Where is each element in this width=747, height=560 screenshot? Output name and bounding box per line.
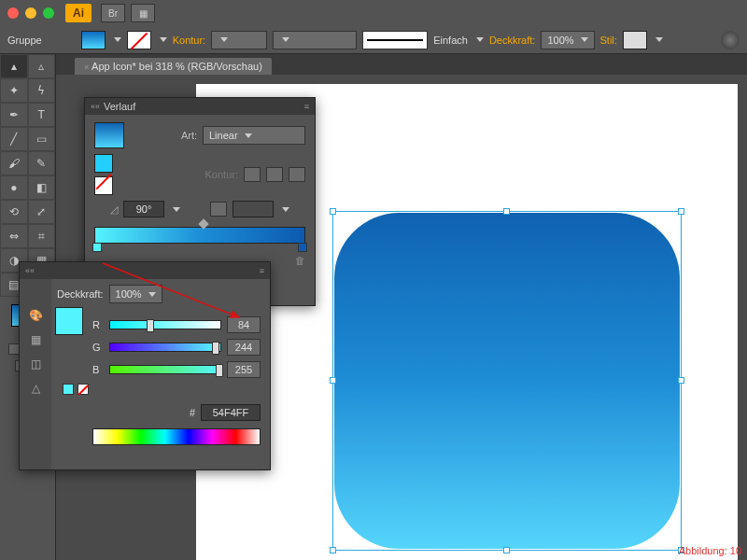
angle-field[interactable]: 90° <box>123 201 164 217</box>
brush-preview[interactable] <box>362 31 428 49</box>
gradient-stop-right[interactable] <box>298 243 307 252</box>
aspect-btn[interactable] <box>210 202 227 217</box>
rectangle-tool[interactable]: ▭ <box>28 127 56 151</box>
color-panel-header[interactable]: «« ≡ <box>20 262 270 279</box>
r-value[interactable]: 84 <box>227 316 261 333</box>
g-slider[interactable] <box>109 343 221 352</box>
aspect-field[interactable] <box>233 201 274 217</box>
handle-ne[interactable] <box>678 208 684 215</box>
gradient-preview-swatch[interactable] <box>94 122 124 148</box>
opacity-value: 100% <box>547 35 573 46</box>
figure-caption: Abbildung: 10 <box>679 545 741 556</box>
selection-type-label: Gruppe <box>7 35 42 46</box>
document-setup-icon[interactable] <box>721 31 740 49</box>
line-tool[interactable]: ╱ <box>0 127 28 151</box>
tiny-swatch-color[interactable] <box>63 384 74 395</box>
color-panel: «« ≡ Deckkraft: 100% 🎨 ▦ ◫ △ R 84 G 244 … <box>19 261 271 470</box>
g-value[interactable]: 244 <box>227 339 261 356</box>
spectrum-bar[interactable] <box>92 428 261 445</box>
free-transform-tool[interactable]: ⌗ <box>28 224 56 248</box>
lasso-tool[interactable]: ϟ <box>28 78 56 103</box>
g-label: G <box>92 342 104 353</box>
illustrator-logo: Ai <box>65 4 92 22</box>
blob-brush-tool[interactable]: ● <box>0 175 28 200</box>
b-label: B <box>92 364 104 375</box>
handle-e[interactable] <box>678 377 684 384</box>
eraser-tool[interactable]: ◧ <box>28 175 56 200</box>
maximize-icon[interactable] <box>43 7 54 19</box>
gradient-stop-left[interactable] <box>92 243 102 252</box>
color-panel-sidebar: 🎨 ▦ ◫ △ <box>20 279 51 469</box>
rotate-tool[interactable]: ⟲ <box>0 200 28 224</box>
style-label: Stil: <box>600 35 617 46</box>
stroke-across-btn[interactable] <box>289 167 305 182</box>
cube-icon[interactable]: ◫ <box>27 356 44 372</box>
selection-bounds <box>332 211 682 551</box>
grad-stroke-swatch[interactable] <box>94 176 113 195</box>
opacity-label: Deckkraft: <box>489 35 536 46</box>
warning-icon[interactable]: △ <box>27 380 44 397</box>
panel-menu-icon[interactable]: ≡ <box>304 102 309 111</box>
paintbrush-tool[interactable]: 🖌 <box>0 151 28 175</box>
selection-tool[interactable]: ▴ <box>0 54 28 78</box>
minimize-icon[interactable] <box>25 7 36 19</box>
bridge-button[interactable]: Br <box>101 4 125 22</box>
handle-s[interactable] <box>503 547 510 553</box>
b-value[interactable]: 255 <box>227 361 261 378</box>
document-tab[interactable]: × App Icon* bei 318 % (RGB/Vorschau) <box>75 58 272 75</box>
mac-titlebar: Ai Br ▦ <box>0 0 747 26</box>
gradient-panel-title: Verlauf <box>104 101 135 112</box>
stroke-along-btn[interactable] <box>266 167 283 182</box>
fill-swatch[interactable] <box>81 31 106 49</box>
gradient-panel-header[interactable]: «« Verlauf ≡ <box>85 98 315 115</box>
r-slider[interactable] <box>109 320 221 329</box>
panel-menu-icon[interactable]: ≡ <box>260 266 264 275</box>
palette-icon[interactable]: 🎨 <box>27 307 44 324</box>
opacity-dropdown[interactable]: 100% <box>541 31 594 49</box>
width-tool[interactable]: ⇔ <box>0 224 28 248</box>
control-bar: Gruppe Kontur: Einfach Deckkraft: 100% S… <box>0 26 747 54</box>
handle-sw[interactable] <box>330 547 336 553</box>
angle-icon: ◿ <box>110 203 118 216</box>
pencil-tool[interactable]: ✎ <box>28 151 56 175</box>
b-slider[interactable] <box>109 365 221 374</box>
brush-style-label: Einfach <box>433 35 468 46</box>
tiny-swatch-none[interactable] <box>78 384 89 395</box>
stroke-label: Kontur: <box>173 35 205 46</box>
stroke-weight-dropdown[interactable] <box>211 31 267 49</box>
pen-tool[interactable]: ✒ <box>0 103 28 127</box>
close-icon[interactable] <box>7 7 19 19</box>
document-tab-label: App Icon* bei 318 % (RGB/Vorschau) <box>92 61 262 72</box>
direct-selection-tool[interactable]: ▵ <box>28 54 56 78</box>
handle-n[interactable] <box>503 208 510 215</box>
gradient-type-dropdown[interactable]: Linear <box>203 126 305 145</box>
hex-hash: # <box>190 407 195 418</box>
trash-icon[interactable]: 🗑 <box>295 255 305 266</box>
magic-wand-tool[interactable]: ✦ <box>0 78 28 103</box>
stroke-in-btn[interactable] <box>244 167 261 182</box>
grad-stroke-label: Kontur: <box>205 169 238 180</box>
graphic-style-swatch[interactable] <box>623 31 647 49</box>
swatches-icon[interactable]: ▦ <box>27 331 44 348</box>
gradient-type-label: Art: <box>181 130 197 141</box>
var-width-dropdown[interactable] <box>273 31 357 49</box>
window-controls <box>7 7 54 19</box>
document-tabs: × App Icon* bei 318 % (RGB/Vorschau) <box>0 54 747 75</box>
stroke-swatch[interactable] <box>127 31 151 49</box>
grad-fill-swatch[interactable] <box>94 154 113 173</box>
type-tool[interactable]: T <box>28 103 56 127</box>
arrange-button[interactable]: ▦ <box>131 4 155 22</box>
midpoint-diamond[interactable] <box>198 218 208 229</box>
hex-field[interactable]: 54F4FF <box>201 404 261 421</box>
handle-w[interactable] <box>330 377 336 384</box>
color-mode-btn[interactable] <box>8 343 20 355</box>
gradient-ramp[interactable] <box>94 227 305 244</box>
handle-nw[interactable] <box>330 208 336 215</box>
r-label: R <box>92 319 104 330</box>
scale-tool[interactable]: ⤢ <box>28 200 56 224</box>
